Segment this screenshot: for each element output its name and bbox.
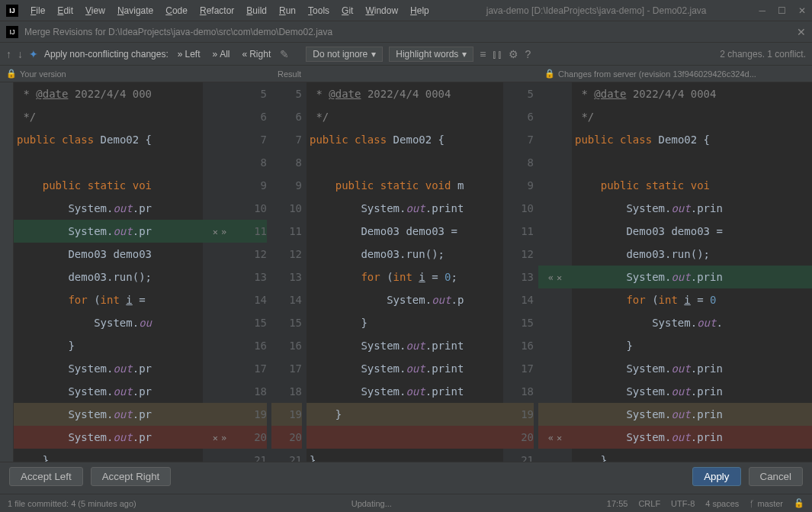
menu-help[interactable]: Help [406, 4, 434, 18]
merge-op-x[interactable]: ✕ [555, 266, 563, 289]
menu-view[interactable]: View [81, 4, 110, 18]
diff-area: * @date 2022/4/4 000 */public class Demo… [0, 82, 812, 464]
code-line[interactable]: System.out.print [307, 334, 503, 357]
code-line[interactable]: System.out.pr [14, 220, 203, 243]
menu-code[interactable]: Code [161, 4, 192, 18]
code-line[interactable]: System.out. [572, 311, 812, 334]
menu-refactor[interactable]: Refactor [195, 4, 239, 18]
caret-position[interactable]: 17:55 [607, 499, 628, 508]
accept-left-button[interactable]: Accept Left [9, 467, 83, 486]
gear-icon[interactable]: ⚙ [509, 48, 518, 60]
menu-build[interactable]: Build [242, 4, 271, 18]
code-line[interactable]: public class Demo02 { [14, 128, 203, 151]
code-line[interactable]: public class Demo02 { [572, 128, 812, 151]
prev-diff-icon[interactable]: ↑ [6, 48, 11, 60]
highlight-icon[interactable]: ✎ [280, 48, 289, 60]
cancel-button[interactable]: Cancel [749, 467, 804, 486]
minimize-icon[interactable]: ─ [759, 5, 765, 16]
gutter-line: 8 [503, 151, 534, 174]
code-line[interactable] [307, 426, 503, 449]
accept-right-button[interactable]: Accept Right [91, 467, 172, 486]
code-line[interactable]: } [307, 311, 503, 334]
indent[interactable]: 4 spaces [705, 499, 739, 508]
code-line[interactable]: System.out.pr [14, 197, 203, 220]
code-line[interactable]: Demo03 demo03 = [572, 220, 812, 243]
code-line[interactable]: public static voi [14, 174, 203, 197]
apply-right-button[interactable]: « Right [239, 48, 274, 60]
code-line[interactable]: System.out.print [307, 197, 503, 220]
code-line[interactable]: */ [14, 105, 203, 128]
code-line[interactable]: Demo03 demo03 [14, 243, 203, 266]
menu-file[interactable]: File [26, 4, 50, 18]
lock-status-icon[interactable]: 🔓 [794, 498, 804, 508]
code-line[interactable]: public class Demo02 { [307, 128, 503, 151]
code-line[interactable]: * @date 2022/4/4 0004 [572, 82, 812, 105]
merge-op-rr[interactable]: » [220, 427, 228, 449]
gutter-line: 9 [236, 174, 267, 197]
code-line[interactable]: System.out.prin [572, 357, 812, 380]
sync-scroll-icon[interactable]: ⫿⫿ [492, 48, 502, 60]
code-line[interactable]: System.out.pr [14, 403, 203, 426]
highlight-dropdown[interactable]: Highlight words ▾ [389, 47, 473, 62]
code-line[interactable]: Demo03 demo03 = [307, 220, 503, 243]
merge-op-x[interactable]: ✕ [211, 221, 220, 243]
close-icon[interactable]: ✕ [798, 5, 806, 16]
code-line[interactable]: for (int i = [14, 288, 203, 311]
code-line[interactable]: System.out.prin [572, 426, 812, 449]
menu-tools[interactable]: Tools [303, 4, 334, 18]
help-icon[interactable]: ? [525, 48, 531, 60]
merge-op-x[interactable]: ✕ [555, 427, 563, 449]
merge-op-rr[interactable]: » [220, 221, 228, 243]
apply-all-button[interactable]: » All [209, 48, 233, 60]
left-tool-rail[interactable] [0, 82, 14, 464]
code-line[interactable]: System.out.prin [572, 266, 812, 288]
line-separator[interactable]: CRLF [638, 499, 660, 508]
code-line[interactable]: for (int i = 0 [572, 288, 812, 311]
code-line[interactable]: System.out.print [307, 380, 503, 403]
code-line[interactable]: public static voi [572, 174, 812, 197]
code-line[interactable]: System.out.prin [572, 197, 812, 220]
encoding[interactable]: UTF-8 [671, 499, 695, 508]
code-line[interactable]: demo03.run(); [572, 243, 812, 266]
code-line[interactable] [307, 151, 503, 174]
code-line[interactable]: System.out.p [307, 288, 503, 311]
next-diff-icon[interactable]: ↓ [18, 48, 23, 60]
merge-op-x[interactable]: ✕ [211, 427, 220, 449]
code-line[interactable]: System.out.pr [14, 380, 203, 403]
code-line[interactable] [14, 151, 203, 174]
code-line[interactable]: demo03.run(); [14, 266, 203, 288]
menu-navigate[interactable]: Navigate [113, 4, 158, 18]
code-line[interactable]: } [14, 334, 203, 357]
git-branch[interactable]: ᚶ master [749, 499, 783, 508]
menu-git[interactable]: Git [337, 4, 358, 18]
menu-run[interactable]: Run [274, 4, 300, 18]
apply-left-button[interactable]: » Left [175, 48, 204, 60]
code-line[interactable]: */ [307, 105, 503, 128]
code-line[interactable]: demo03.run(); [307, 243, 503, 266]
merge-op-ll[interactable]: « [547, 427, 555, 449]
code-line[interactable]: for (int i = 0; [307, 266, 503, 288]
merge-op-ll[interactable]: « [547, 266, 555, 289]
gutter-line: 17 [236, 357, 267, 380]
apply-button[interactable]: Apply [692, 467, 740, 486]
code-line[interactable]: System.ou [14, 311, 203, 334]
code-line[interactable]: System.out.pr [14, 426, 203, 449]
merge-close-icon[interactable]: ✕ [797, 26, 806, 38]
settings1-icon[interactable]: ≡ [480, 48, 486, 60]
code-line[interactable]: * @date 2022/4/4 0004 [307, 82, 503, 105]
ignore-dropdown[interactable]: Do not ignore ▾ [306, 47, 383, 62]
code-line[interactable] [572, 151, 812, 174]
code-line[interactable]: System.out.prin [572, 380, 812, 403]
menu-window[interactable]: Window [361, 4, 403, 18]
menu-edit[interactable]: Edit [53, 4, 78, 18]
maximize-icon[interactable]: ☐ [778, 5, 786, 16]
code-line[interactable]: System.out.pr [14, 357, 203, 380]
code-line[interactable]: } [572, 334, 812, 357]
code-line[interactable]: } [307, 403, 503, 426]
code-line[interactable]: System.out.print [307, 357, 503, 380]
code-line[interactable]: System.out.prin [572, 403, 812, 426]
magic-resolve-icon[interactable]: ✦ [29, 48, 38, 60]
code-line[interactable]: */ [572, 105, 812, 128]
code-line[interactable]: * @date 2022/4/4 000 [14, 82, 203, 105]
code-line[interactable]: public static void m [307, 174, 503, 197]
